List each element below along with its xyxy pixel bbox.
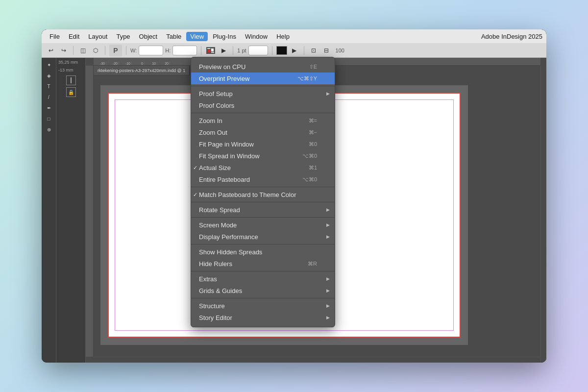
menu-layout[interactable]: Layout [84, 32, 111, 41]
resize-button-1[interactable]: ⊡ [308, 45, 319, 56]
menu-item-entire-pasteboard-label: Entire Pasteboard [199, 176, 250, 183]
undo-button[interactable]: ↩ [46, 45, 56, 56]
w-field[interactable] [139, 46, 163, 55]
ruler-mark: -10 [119, 62, 132, 65]
menu-bar: File Edit Layout Type Object Table View … [42, 29, 546, 43]
tool-rect[interactable]: □ [43, 114, 55, 123]
menu-item-hide-rulers-label: Hide Rulers [199, 260, 232, 268]
scrollbar-horizontal[interactable] [94, 357, 540, 363]
menu-item-extras[interactable]: Extras [191, 273, 335, 285]
redo-button[interactable]: ↪ [58, 45, 69, 56]
proxy-button[interactable]: P [109, 45, 122, 56]
menu-table[interactable]: Table [162, 32, 185, 41]
fill-color-swatch[interactable] [276, 46, 287, 55]
toolbar-sep-3 [126, 46, 126, 55]
menu-item-grids-guides[interactable]: Grids & Guides [191, 285, 335, 296]
stroke-icon [205, 46, 216, 55]
menu-item-proof-colors-label: Proof Colors [199, 102, 234, 109]
menu-item-structure[interactable]: Structure [191, 300, 335, 312]
toolbar: ↩ ↪ ◫ ⬡ P W: H: ▶ 1 pt ▶ ⊡ ⊟ [42, 43, 546, 58]
menu-item-hide-rulers[interactable]: Hide Rulers ⌘R [191, 258, 335, 270]
align-center-button[interactable]: ⬡ [90, 45, 101, 56]
menu-item-fit-page[interactable]: Fit Page in Window ⌘0 [191, 138, 335, 150]
tool-select[interactable]: ✦ [43, 60, 55, 70]
chain-link-icon[interactable] [66, 75, 76, 85]
tool-pen[interactable]: ✒ [43, 103, 55, 113]
tool-direct[interactable]: ◈ [43, 71, 55, 80]
file-tab[interactable]: rktekening-posters-A3-297x420mm.indd @ 1 [94, 66, 190, 75]
app-window: File Edit Layout Type Object Table View … [42, 29, 546, 363]
menu-section-show-hide: Show Hidden Spreads Hide Rulers ⌘R [191, 245, 335, 271]
menu-item-actual-size-label: Actual Size [199, 164, 231, 172]
toolbar-sep-2 [105, 46, 105, 55]
menu-item-entire-pasteboard[interactable]: Entire Pasteboard ⌥⌘0 [191, 173, 335, 185]
menu-item-proof-setup-label: Proof Setup [199, 90, 233, 98]
menu-item-display-performance-label: Display Performance [199, 233, 258, 241]
toolbar-sep-1 [73, 46, 74, 55]
ruler-mark: 20 [157, 62, 170, 65]
w-label: W: [130, 48, 137, 53]
menu-file[interactable]: File [46, 32, 64, 41]
menu-plugins[interactable]: Plug-Ins [209, 32, 240, 41]
menu-item-preview-cpu-label: Preview on CPU [199, 63, 245, 71]
menu-item-fit-page-label: Fit Page in Window [199, 141, 254, 148]
menu-item-screen-mode[interactable]: Screen Mode [191, 219, 335, 231]
tool-text[interactable]: T [43, 81, 55, 91]
menu-object[interactable]: Object [135, 32, 162, 41]
menu-item-actual-size[interactable]: ✓ Actual Size ⌘1 [191, 162, 335, 173]
lock-icon[interactable]: 🔒 [66, 87, 76, 97]
file-tab-name: rktekening-posters-A3-297x420mm.indd @ 1 [98, 68, 185, 73]
tool-line[interactable]: / [43, 92, 55, 102]
menu-section-rotate: Rotate Spread [191, 202, 335, 218]
menu-section-proof: Proof Setup Proof Colors [191, 86, 335, 113]
menu-item-story-editor-label: Story Editor [199, 314, 232, 321]
menu-section-match: ✓ Match Pasteboard to Theme Color [191, 187, 335, 202]
menu-item-story-editor[interactable]: Story Editor [191, 312, 335, 323]
ruler-left [86, 66, 94, 357]
scrollbar-vertical[interactable] [540, 66, 546, 363]
resize-button-2[interactable]: ⊟ [321, 45, 332, 56]
menu-item-grids-guides-label: Grids & Guides [199, 287, 242, 294]
menu-item-display-performance[interactable]: Display Performance [191, 231, 335, 243]
zoom-label: 100 [336, 48, 344, 53]
menu-item-match-pasteboard-label: Match Pasteboard to Theme Color [199, 191, 296, 198]
menu-item-rotate-spread[interactable]: Rotate Spread [191, 204, 335, 216]
menu-help[interactable]: Help [272, 32, 294, 41]
menu-item-zoom-in-shortcut: ⌘= [309, 118, 327, 124]
menu-item-zoom-in[interactable]: Zoom In ⌘= [191, 115, 335, 126]
h-field[interactable] [172, 46, 197, 55]
menu-item-preview-cpu[interactable]: Preview on CPU ⇧E [191, 61, 335, 73]
menu-edit[interactable]: Edit [65, 32, 83, 41]
menu-section-extras: Extras Grids & Guides [191, 271, 335, 298]
menu-item-screen-mode-label: Screen Mode [199, 221, 237, 229]
menu-window[interactable]: Window [241, 32, 271, 41]
tool-zoom[interactable]: ⊕ [43, 124, 55, 134]
menu-type[interactable]: Type [112, 32, 134, 41]
stroke-arrow-button[interactable]: ▶ [218, 45, 229, 56]
menu-section-structure: Structure Story Editor [191, 298, 335, 325]
menu-item-proof-colors[interactable]: Proof Colors [191, 99, 335, 111]
ruler-mark: 10 [145, 62, 157, 65]
menu-item-fit-spread[interactable]: Fit Spread in Window ⌥⌘0 [191, 150, 335, 162]
menu-item-fit-page-shortcut: ⌘0 [309, 141, 327, 147]
x-coord-label: 35,25 mm [58, 60, 83, 65]
menu-item-proof-setup[interactable]: Proof Setup [191, 88, 335, 99]
menu-section-preview: Preview on CPU ⇧E Overprint Preview ⌥⌘⇧Y [191, 59, 335, 86]
menu-item-zoom-in-label: Zoom In [199, 117, 222, 124]
fill-arrow-button[interactable]: ▶ [289, 45, 300, 56]
menu-item-overprint-preview[interactable]: Overprint Preview ⌥⌘⇧Y [191, 73, 335, 84]
ruler-mark: -30 [94, 62, 106, 65]
menu-item-overprint-shortcut: ⌥⌘⇧Y [297, 75, 327, 82]
tools-panel: ✦ ◈ T / ✒ □ ⊕ [42, 58, 56, 363]
view-dropdown-menu: Preview on CPU ⇧E Overprint Preview ⌥⌘⇧Y… [191, 57, 335, 327]
h-label: H: [165, 48, 171, 53]
menu-view[interactable]: View [186, 32, 208, 41]
align-left-button[interactable]: ◫ [77, 45, 88, 56]
menu-item-show-hidden-spreads[interactable]: Show Hidden Spreads [191, 246, 335, 258]
menu-item-match-pasteboard[interactable]: ✓ Match Pasteboard to Theme Color [191, 189, 335, 200]
menu-item-show-hidden-spreads-label: Show Hidden Spreads [199, 248, 262, 256]
ruler-mark: -20 [106, 62, 119, 65]
menu-item-entire-pasteboard-shortcut: ⌥⌘0 [302, 176, 327, 183]
menu-item-zoom-out[interactable]: Zoom Out ⌘− [191, 126, 335, 138]
stroke-input[interactable] [248, 46, 268, 55]
